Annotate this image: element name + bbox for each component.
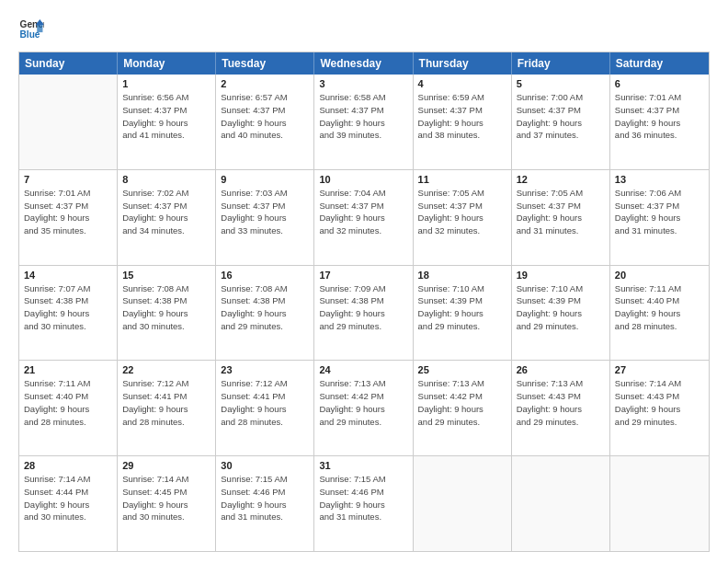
calendar-header: SundayMondayTuesdayWednesdayThursdayFrid…	[19, 52, 709, 75]
cell-info-line: Sunrise: 7:13 AM	[418, 377, 506, 390]
cell-info-line: Sunset: 4:42 PM	[319, 390, 407, 403]
cell-info-line: and 31 minutes.	[517, 224, 605, 237]
day-number: 18	[418, 270, 506, 281]
cell-info-line: Sunrise: 7:02 AM	[122, 187, 210, 200]
cell-info-line: Sunrise: 7:14 AM	[615, 377, 704, 390]
cell-info-line: Sunrise: 7:10 AM	[418, 282, 506, 295]
cell-info-line: and 33 minutes.	[221, 224, 309, 237]
day-number: 19	[517, 270, 605, 281]
cell-info-line: Sunrise: 7:13 AM	[319, 377, 407, 390]
calendar-cell	[610, 456, 709, 551]
day-number: 16	[221, 270, 309, 281]
cell-info-line: Daylight: 9 hours	[24, 307, 112, 320]
cell-info-line: and 34 minutes.	[122, 224, 210, 237]
calendar-cell: 9Sunrise: 7:03 AMSunset: 4:37 PMDaylight…	[216, 170, 314, 265]
calendar-cell: 16Sunrise: 7:08 AMSunset: 4:38 PMDayligh…	[216, 266, 314, 361]
calendar-cell: 8Sunrise: 7:02 AMSunset: 4:37 PMDaylight…	[118, 170, 216, 265]
day-number: 9	[221, 174, 309, 185]
day-number: 14	[24, 270, 112, 281]
calendar-week-1: 1Sunrise: 6:56 AMSunset: 4:37 PMDaylight…	[19, 75, 709, 169]
calendar-cell: 14Sunrise: 7:07 AMSunset: 4:38 PMDayligh…	[19, 266, 118, 361]
cell-info-line: and 39 minutes.	[319, 129, 407, 142]
cell-info-line: Sunset: 4:41 PM	[221, 390, 309, 403]
day-number: 11	[418, 174, 506, 185]
cell-info-line: Daylight: 9 hours	[319, 212, 407, 224]
calendar-cell: 29Sunrise: 7:14 AMSunset: 4:45 PMDayligh…	[118, 456, 216, 551]
day-header-tuesday: Tuesday	[216, 52, 314, 75]
cell-info-line: Sunrise: 7:12 AM	[221, 377, 309, 390]
day-header-wednesday: Wednesday	[314, 52, 413, 75]
cell-info-line: and 32 minutes.	[418, 224, 506, 237]
cell-info-line: and 29 minutes.	[319, 320, 407, 333]
cell-info-line: Sunrise: 7:06 AM	[615, 187, 704, 200]
cell-info-line: Daylight: 9 hours	[615, 212, 704, 224]
cell-info-line: Sunset: 4:40 PM	[615, 294, 704, 307]
cell-info-line: Daylight: 9 hours	[319, 117, 407, 130]
cell-info-line: Sunrise: 7:09 AM	[319, 282, 407, 295]
cell-info-line: Daylight: 9 hours	[122, 307, 210, 320]
day-number: 29	[122, 460, 210, 471]
cell-info-line: Sunrise: 7:15 AM	[319, 473, 407, 486]
logo: General Blue	[18, 17, 44, 42]
calendar-cell: 19Sunrise: 7:10 AMSunset: 4:39 PMDayligh…	[512, 266, 610, 361]
cell-info-line: Sunrise: 7:12 AM	[122, 377, 210, 390]
cell-info-line: Sunset: 4:37 PM	[24, 200, 112, 213]
cell-info-line: Daylight: 9 hours	[517, 307, 605, 320]
calendar-cell: 7Sunrise: 7:01 AMSunset: 4:37 PMDaylight…	[19, 170, 118, 265]
cell-info-line: Sunset: 4:38 PM	[221, 294, 309, 307]
cell-info-line: and 40 minutes.	[221, 129, 309, 142]
calendar-cell: 21Sunrise: 7:11 AMSunset: 4:40 PMDayligh…	[19, 361, 118, 455]
cell-info-line: Daylight: 9 hours	[418, 403, 506, 416]
calendar-cell	[414, 456, 512, 551]
cell-info-line: Daylight: 9 hours	[221, 307, 309, 320]
cell-info-line: Daylight: 9 hours	[615, 403, 704, 416]
cell-info-line: Daylight: 9 hours	[517, 117, 605, 130]
cell-info-line: Daylight: 9 hours	[24, 403, 112, 416]
cell-info-line: Daylight: 9 hours	[319, 499, 407, 511]
cell-info-line: Sunrise: 6:57 AM	[221, 91, 309, 104]
cell-info-line: Sunrise: 7:07 AM	[24, 282, 112, 295]
day-number: 10	[319, 174, 407, 185]
cell-info-line: Daylight: 9 hours	[221, 499, 309, 511]
cell-info-line: Sunset: 4:37 PM	[418, 200, 506, 213]
cell-info-line: Daylight: 9 hours	[319, 403, 407, 416]
calendar-cell: 4Sunrise: 6:59 AMSunset: 4:37 PMDaylight…	[414, 75, 512, 169]
day-number: 13	[615, 174, 704, 185]
cell-info-line: Sunset: 4:43 PM	[517, 390, 605, 403]
calendar-cell: 5Sunrise: 7:00 AMSunset: 4:37 PMDaylight…	[512, 75, 610, 169]
day-number: 23	[221, 364, 309, 375]
cell-info-line: Sunrise: 7:13 AM	[517, 377, 605, 390]
calendar-cell: 17Sunrise: 7:09 AMSunset: 4:38 PMDayligh…	[314, 266, 413, 361]
cell-info-line: Sunset: 4:37 PM	[615, 104, 704, 117]
cell-info-line: Sunrise: 7:01 AM	[615, 91, 704, 104]
cell-info-line: and 35 minutes.	[24, 224, 112, 237]
cell-info-line: Sunset: 4:37 PM	[122, 200, 210, 213]
day-number: 17	[319, 270, 407, 281]
day-header-saturday: Saturday	[610, 52, 709, 75]
cell-info-line: Daylight: 9 hours	[122, 117, 210, 130]
calendar-cell	[512, 456, 610, 551]
cell-info-line: Daylight: 9 hours	[418, 117, 506, 130]
logo-icon: General Blue	[18, 17, 44, 42]
calendar-cell: 1Sunrise: 6:56 AMSunset: 4:37 PMDaylight…	[118, 75, 216, 169]
cell-info-line: Sunrise: 7:14 AM	[24, 473, 112, 486]
calendar-week-2: 7Sunrise: 7:01 AMSunset: 4:37 PMDaylight…	[19, 169, 709, 265]
cell-info-line: Daylight: 9 hours	[319, 307, 407, 320]
cell-info-line: and 29 minutes.	[517, 320, 605, 333]
cell-info-line: Daylight: 9 hours	[24, 212, 112, 224]
day-number: 3	[319, 78, 407, 89]
day-number: 4	[418, 78, 506, 89]
day-number: 15	[122, 270, 210, 281]
calendar-cell: 13Sunrise: 7:06 AMSunset: 4:37 PMDayligh…	[610, 170, 709, 265]
day-number: 12	[517, 174, 605, 185]
calendar-cell: 27Sunrise: 7:14 AMSunset: 4:43 PMDayligh…	[610, 361, 709, 455]
calendar-cell: 24Sunrise: 7:13 AMSunset: 4:42 PMDayligh…	[314, 361, 413, 455]
cell-info-line: and 29 minutes.	[319, 416, 407, 429]
cell-info-line: Sunrise: 7:08 AM	[122, 282, 210, 295]
day-number: 30	[221, 460, 309, 471]
calendar-cell: 28Sunrise: 7:14 AMSunset: 4:44 PMDayligh…	[19, 456, 118, 551]
cell-info-line: Sunset: 4:39 PM	[418, 294, 506, 307]
cell-info-line: and 30 minutes.	[24, 320, 112, 333]
calendar-cell: 23Sunrise: 7:12 AMSunset: 4:41 PMDayligh…	[216, 361, 314, 455]
cell-info-line: Daylight: 9 hours	[221, 117, 309, 130]
